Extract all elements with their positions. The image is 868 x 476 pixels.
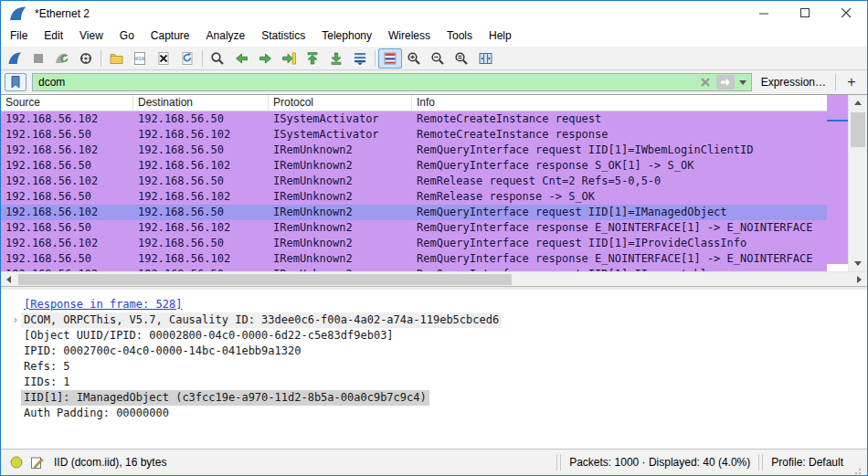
column-header-protocol[interactable]: Protocol [269,95,412,111]
apply-filter-button[interactable] [716,75,735,90]
column-header-destination[interactable]: Destination [133,95,269,111]
horizontal-scrollbar-thumb[interactable] [18,274,512,285]
close-file-button[interactable] [152,48,175,69]
scroll-up-button[interactable] [849,95,867,111]
reload-file-button[interactable] [175,48,199,69]
auto-scroll-button[interactable] [348,48,372,69]
expression-button[interactable]: Expression… [757,76,830,89]
column-header-info[interactable]: Info [412,95,827,111]
filter-bar: Expression… + [1,70,867,95]
vertical-scrollbar-thumb[interactable] [851,112,865,147]
column-header-source[interactable]: Source [1,95,133,111]
resize-columns-button[interactable] [473,48,497,69]
status-separator [556,454,561,471]
filter-bookmark-button[interactable] [5,73,26,91]
response-frame-link[interactable]: [Response in frame: 528] [21,297,185,312]
detail-text: IID[1]: IManagedObject (c3fcc19e-a970-11… [21,390,429,406]
display-filter-field [32,73,752,91]
packet-rows: 192.168.56.102192.168.56.50ISystemActiva… [1,111,827,271]
first-packet-button[interactable] [301,48,324,69]
menu-statistics[interactable]: Statistics [253,26,313,47]
window-title: *Ethernet 2 [35,7,744,20]
resize-columns-icon [478,51,493,66]
expert-info-icon [10,456,23,469]
menu-tools[interactable]: Tools [439,26,481,47]
packet-cell-dst: 192.168.56.50 [133,236,269,251]
close-icon [842,8,852,18]
go-to-packet-icon [281,51,297,66]
vertical-scrollbar[interactable] [848,95,867,271]
chevron-down-icon [854,261,862,266]
detail-line[interactable]: IIDs: 1 [1,375,867,390]
detail-line[interactable]: ›DCOM, ORPCThis, V5.7, Causality ID: 33d… [1,312,867,328]
packet-cell-info: RemoteCreateInstance response [412,127,827,143]
packet-cell-info: RemRelease request Cnt=2 Refs=5-0,5-0 [412,174,827,189]
scroll-right-button[interactable] [852,272,867,287]
start-capture-button[interactable] [3,48,26,69]
packet-row[interactable]: 192.168.56.102192.168.56.50ISystemActiva… [1,111,827,127]
resize-grip[interactable] [851,464,862,475]
next-packet-button[interactable] [253,48,277,69]
open-file-button[interactable] [104,48,128,69]
wireshark-logo-icon [9,5,27,22]
packet-row[interactable]: 192.168.56.102192.168.56.50IRemUnknown2R… [1,174,827,189]
previous-packet-button[interactable] [229,48,253,69]
start-capture-icon [7,51,23,66]
zoom-reset-button[interactable] [450,48,473,69]
detail-line[interactable]: Refs: 5 [1,359,867,375]
packet-row[interactable]: 192.168.56.50192.168.56.102IRemUnknown2R… [1,251,827,267]
packet-row[interactable]: 192.168.56.102192.168.56.50IRemUnknown2R… [1,205,827,220]
horizontal-scrollbar[interactable] [1,271,867,286]
packet-row[interactable]: 192.168.56.102192.168.56.50IRemUnknown2R… [1,236,827,251]
intelligent-scrollbar-minimap[interactable] [827,95,848,271]
restart-capture-button[interactable] [50,48,74,69]
packet-row[interactable]: 192.168.56.50192.168.56.102IRemUnknown2R… [1,220,827,236]
packet-row[interactable]: 192.168.56.50192.168.56.102IRemUnknown2R… [1,189,827,205]
menu-view[interactable]: View [71,26,111,47]
save-file-button[interactable]: 010 [128,48,152,69]
packet-row[interactable]: 192.168.56.50192.168.56.102IRemUnknown2R… [1,158,827,174]
scroll-down-button[interactable] [849,256,867,271]
detail-line[interactable]: IID[1]: IManagedObject (c3fcc19e-a970-11… [1,390,867,406]
packet-row[interactable]: 192.168.56.50192.168.56.102ISystemActiva… [1,127,827,143]
chevron-up-icon [854,100,862,105]
packet-cell-info: RemQueryInterface response S_OK[1] -> S_… [412,158,827,174]
display-filter-input[interactable] [33,76,696,89]
menu-go[interactable]: Go [111,26,143,47]
menu-wireless[interactable]: Wireless [380,26,439,47]
expert-info-button[interactable] [6,456,26,469]
filter-dropdown-button[interactable] [736,75,749,90]
find-packet-button[interactable] [206,48,229,69]
maximize-button[interactable] [785,1,826,26]
detail-line[interactable]: [Object UUID/IPID: 00002800-04c0-0000-6d… [1,328,867,344]
detail-line[interactable]: IPID: 0002700c-04c0-0000-14bc-041ebb9a13… [1,344,867,359]
expander-spacer [1,390,21,406]
scroll-left-button[interactable] [1,272,16,287]
detail-line[interactable]: [Response in frame: 528] [1,297,867,312]
minimize-button[interactable] [744,1,785,26]
close-button[interactable] [826,1,867,26]
detail-line[interactable]: Auth Padding: 00000000 [1,406,867,421]
expand-chevron-icon[interactable]: › [1,312,21,328]
menu-edit[interactable]: Edit [36,26,71,47]
minimap-selected-indicator [827,120,848,122]
menu-telephony[interactable]: Telephony [313,26,380,47]
capture-comment-button[interactable] [26,456,47,470]
last-packet-button[interactable] [324,48,348,69]
profile-button[interactable]: Profile: Default [771,456,843,469]
clear-filter-button[interactable] [696,75,715,90]
zoom-in-button[interactable] [402,48,426,69]
menu-capture[interactable]: Capture [143,26,198,47]
menu-help[interactable]: Help [481,26,520,47]
packet-cell-dst: 192.168.56.50 [133,111,269,127]
menu-analyze[interactable]: Analyze [198,26,254,47]
capture-options-button[interactable] [74,48,98,69]
packet-row[interactable]: 192.168.56.102192.168.56.50IRemUnknown2R… [1,143,827,158]
zoom-out-button[interactable] [426,48,450,69]
go-to-packet-button[interactable] [277,48,301,69]
colorize-packets-button[interactable] [378,48,402,69]
add-filter-button[interactable]: + [842,73,862,91]
stop-capture-button[interactable] [26,48,50,69]
menu-file[interactable]: File [2,26,36,47]
first-packet-icon [305,51,320,66]
